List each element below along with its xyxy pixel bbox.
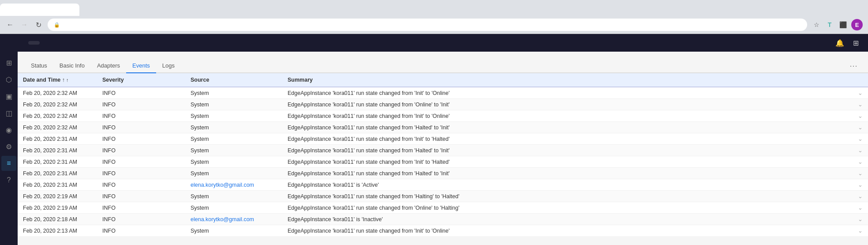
sidebar-item-apps[interactable]: ▣ [1, 89, 16, 104]
tabs-bar: Status Basic Info Adapters Events Logs ⋯ [18, 59, 868, 73]
table-row[interactable]: Feb 20, 2020 2:13 AM INFO System EdgeApp… [18, 225, 868, 237]
extension-red-icon[interactable]: ⬛ [838, 20, 848, 30]
row-expand-icon[interactable]: ⌄ [853, 133, 868, 145]
row-expand-icon[interactable]: ⌄ [853, 202, 868, 214]
cell-summary: EdgeAppInstance 'kora011' run state chan… [282, 156, 853, 168]
row-expand-icon[interactable]: ⌄ [853, 145, 868, 156]
cell-source: System [185, 110, 282, 122]
table-row[interactable]: Feb 20, 2020 2:31 AM INFO elena.korytko@… [18, 179, 868, 191]
row-expand-icon[interactable]: ⌄ [853, 87, 868, 99]
sidebar: ⊞ ⬡ ▣ ◫ ◉ ⚙ ≡ ? [0, 52, 18, 245]
cell-severity: INFO [97, 168, 185, 179]
project-selector[interactable] [28, 41, 40, 45]
cell-date: Feb 20, 2020 2:19 AM [18, 191, 97, 202]
sidebar-item-home[interactable]: ⊞ [1, 55, 16, 70]
column-header-source[interactable]: Source [185, 73, 282, 87]
table-row[interactable]: Feb 20, 2020 2:18 AM INFO elena.korytko@… [18, 214, 868, 225]
row-expand-icon[interactable]: ⌄ [853, 214, 868, 225]
browser-tab[interactable] [0, 4, 79, 16]
cell-date: Feb 20, 2020 2:31 AM [18, 145, 97, 156]
tab-adapters[interactable]: Adapters [91, 59, 126, 73]
row-expand-icon[interactable]: ⌄ [853, 156, 868, 168]
tab-logs[interactable]: Logs [156, 59, 181, 73]
cell-date: Feb 20, 2020 2:32 AM [18, 99, 97, 110]
row-expand-icon[interactable]: ⌄ [853, 99, 868, 110]
table-row[interactable]: Feb 20, 2020 2:32 AM INFO System EdgeApp… [18, 122, 868, 133]
sidebar-item-instances[interactable]: ◫ [1, 106, 16, 121]
browser-actions: ☆ T ⬛ E [812, 19, 863, 30]
table-row[interactable]: Feb 20, 2020 2:19 AM INFO System EdgeApp… [18, 191, 868, 202]
bell-icon[interactable]: 🔔 [834, 38, 845, 48]
sidebar-item-settings[interactable]: ⚙ [1, 139, 16, 154]
events-table-container: Date and Time ↑ Severity Source Summary … [18, 73, 868, 236]
row-expand-icon[interactable]: ⌄ [853, 110, 868, 122]
cell-source: System [185, 87, 282, 99]
cell-summary: EdgeAppInstance 'kora011' is 'Inactive' [282, 214, 853, 225]
tabs-more-icon[interactable]: ⋯ [846, 59, 861, 72]
breadcrumb [18, 52, 868, 59]
close-window-button[interactable] [855, 3, 864, 13]
table-row[interactable]: Feb 20, 2020 2:31 AM INFO System EdgeApp… [18, 168, 868, 179]
cell-severity: INFO [97, 133, 185, 145]
cell-summary: EdgeAppInstance 'kora011' is 'Active' [282, 179, 853, 191]
row-expand-icon[interactable]: ⌄ [853, 179, 868, 191]
url-box[interactable]: 🔒 [48, 19, 807, 31]
cell-date: Feb 20, 2020 2:13 AM [18, 225, 97, 237]
new-tab-button[interactable] [79, 4, 92, 16]
sidebar-item-network[interactable]: ⬡ [1, 72, 16, 87]
browser-chrome: ← → ↻ 🔒 ☆ T ⬛ E [0, 0, 868, 34]
tab-events[interactable]: Events [126, 59, 156, 73]
cell-severity: INFO [97, 191, 185, 202]
table-body: Feb 20, 2020 2:32 AM INFO System EdgeApp… [18, 87, 868, 236]
cell-date: Feb 20, 2020 2:32 AM [18, 87, 97, 99]
row-expand-icon[interactable]: ⌄ [853, 122, 868, 133]
column-header-date[interactable]: Date and Time ↑ [18, 73, 97, 87]
table-row[interactable]: Feb 20, 2020 2:31 AM INFO System EdgeApp… [18, 145, 868, 156]
column-header-action [853, 73, 868, 87]
cell-severity: INFO [97, 156, 185, 168]
minimize-button[interactable] [834, 3, 843, 13]
tab-status[interactable]: Status [25, 59, 53, 73]
row-expand-icon[interactable]: ⌄ [853, 168, 868, 179]
cell-source: System [185, 122, 282, 133]
cell-summary: EdgeAppInstance 'kora011' run state chan… [282, 145, 853, 156]
cell-source: System [185, 191, 282, 202]
cell-date: Feb 20, 2020 2:19 AM [18, 202, 97, 214]
table-row[interactable]: Feb 20, 2020 2:32 AM INFO System EdgeApp… [18, 99, 868, 110]
table-row[interactable]: Feb 20, 2020 2:31 AM INFO System EdgeApp… [18, 133, 868, 145]
back-button[interactable]: ← [5, 20, 15, 30]
cell-date: Feb 20, 2020 2:31 AM [18, 179, 97, 191]
table-row[interactable]: Feb 20, 2020 2:31 AM INFO System EdgeApp… [18, 156, 868, 168]
maximize-button[interactable] [844, 3, 854, 13]
table-row[interactable]: Feb 20, 2020 2:19 AM INFO System EdgeApp… [18, 202, 868, 214]
cell-severity: INFO [97, 99, 185, 110]
table-header-row: Date and Time ↑ Severity Source Summary [18, 73, 868, 87]
row-expand-icon[interactable]: ⌄ [853, 225, 868, 237]
profile-avatar[interactable]: E [851, 19, 863, 30]
sidebar-item-pages[interactable]: ≡ [1, 156, 16, 171]
table-row[interactable]: Feb 20, 2020 2:32 AM INFO System EdgeApp… [18, 87, 868, 99]
cell-severity: INFO [97, 202, 185, 214]
grid-icon[interactable]: ⊞ [850, 38, 861, 48]
forward-button[interactable]: → [19, 20, 29, 30]
table-row[interactable]: Feb 20, 2020 2:32 AM INFO System EdgeApp… [18, 110, 868, 122]
cell-severity: INFO [97, 145, 185, 156]
row-expand-icon[interactable]: ⌄ [853, 191, 868, 202]
bookmark-star-icon[interactable]: ☆ [812, 20, 821, 30]
cell-source: System [185, 99, 282, 110]
cell-summary: EdgeAppInstance 'kora011' run state chan… [282, 122, 853, 133]
window-controls [834, 3, 868, 13]
address-bar: ← → ↻ 🔒 ☆ T ⬛ E [0, 16, 868, 34]
cell-source: System [185, 133, 282, 145]
sidebar-item-monitor[interactable]: ◉ [1, 122, 16, 137]
cell-severity: INFO [97, 122, 185, 133]
sidebar-item-help[interactable]: ? [1, 173, 16, 188]
cell-date: Feb 20, 2020 2:31 AM [18, 133, 97, 145]
cell-severity: INFO [97, 225, 185, 237]
tab-basic-info[interactable]: Basic Info [53, 59, 91, 73]
reload-button[interactable]: ↻ [34, 20, 43, 30]
column-header-summary[interactable]: Summary [282, 73, 853, 87]
column-header-severity[interactable]: Severity [97, 73, 185, 87]
cell-source: System [185, 145, 282, 156]
extension-t-icon[interactable]: T [825, 20, 834, 30]
